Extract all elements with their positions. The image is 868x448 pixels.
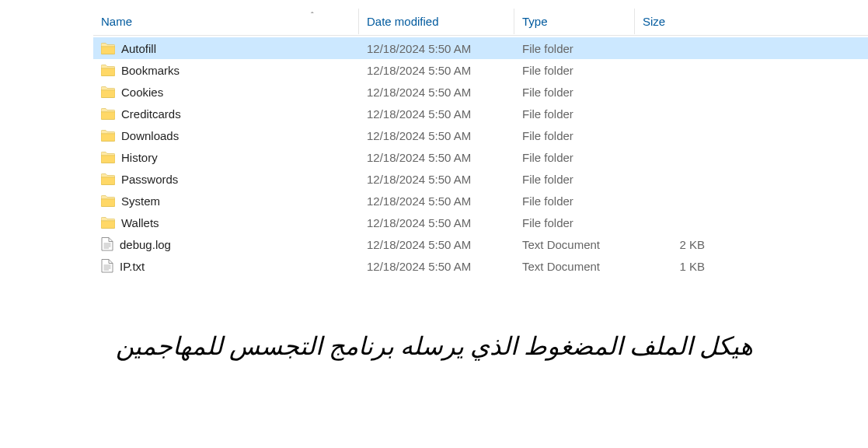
file-name-label: Passwords [121, 173, 178, 186]
file-date-cell: 12/18/2024 5:50 AM [359, 173, 514, 186]
file-name-label: Wallets [121, 216, 159, 229]
file-date-cell: 12/18/2024 5:50 AM [359, 194, 514, 208]
file-name-label: Autofill [121, 42, 156, 55]
file-size-cell: 1 KB [635, 260, 713, 273]
file-date-cell: 12/18/2024 5:50 AM [359, 42, 514, 55]
folder-icon [101, 195, 115, 207]
file-name-label: System [121, 194, 160, 208]
file-row[interactable]: Passwords12/18/2024 5:50 AMFile folder [93, 168, 868, 190]
file-type-cell: File folder [514, 107, 635, 121]
text-file-icon [101, 237, 113, 251]
folder-icon [101, 86, 115, 98]
column-header-size[interactable]: Size [635, 9, 713, 34]
file-row[interactable]: History12/18/2024 5:50 AMFile folder [93, 146, 868, 168]
caption-text: هيكل الملف المضغوط الذي يرسله برنامج الت… [0, 331, 868, 361]
file-type-cell: File folder [514, 42, 635, 55]
file-date-cell: 12/18/2024 5:50 AM [359, 151, 514, 164]
file-type-cell: File folder [514, 129, 635, 142]
file-type-cell: Text Document [514, 238, 635, 251]
file-date-cell: 12/18/2024 5:50 AM [359, 238, 514, 251]
file-row[interactable]: Bookmarks12/18/2024 5:50 AMFile folder [93, 59, 868, 81]
file-name-cell: Bookmarks [93, 64, 359, 77]
file-name-label: Cookies [121, 86, 163, 99]
file-type-cell: File folder [514, 194, 635, 208]
file-name-cell: Passwords [93, 173, 359, 186]
file-name-cell: Creditcards [93, 107, 359, 121]
file-name-label: Downloads [121, 129, 179, 142]
file-row[interactable]: Autofill12/18/2024 5:50 AMFile folder [93, 37, 868, 59]
file-name-label: History [121, 151, 158, 164]
folder-icon [101, 65, 115, 76]
folder-icon [101, 173, 115, 185]
file-name-cell: IP.txt [93, 259, 359, 273]
file-row[interactable]: Downloads12/18/2024 5:50 AMFile folder [93, 124, 868, 146]
file-row[interactable]: System12/18/2024 5:50 AMFile folder [93, 190, 868, 212]
file-date-cell: 12/18/2024 5:50 AM [359, 86, 514, 99]
file-name-label: debug.log [120, 238, 171, 251]
file-name-label: Bookmarks [121, 64, 180, 77]
folder-icon [101, 152, 115, 163]
column-header-date[interactable]: Date modified [359, 9, 514, 34]
file-explorer: ˆ Name Date modified Type Size Autofill1… [0, 0, 868, 277]
folder-icon [101, 43, 115, 54]
column-header-type[interactable]: Type [514, 9, 635, 34]
text-file-icon [101, 259, 113, 273]
file-name-cell: Wallets [93, 216, 359, 229]
folder-icon [101, 217, 115, 229]
file-name-cell: Cookies [93, 86, 359, 99]
file-type-cell: File folder [514, 86, 635, 99]
file-row[interactable]: IP.txt12/18/2024 5:50 AMText Document1 K… [93, 255, 868, 277]
file-size-cell: 2 KB [635, 238, 713, 251]
file-name-cell: History [93, 151, 359, 164]
file-type-cell: File folder [514, 216, 635, 229]
file-type-cell: File folder [514, 173, 635, 186]
file-date-cell: 12/18/2024 5:50 AM [359, 216, 514, 229]
column-header-name[interactable]: Name [93, 9, 359, 34]
folder-icon [101, 108, 115, 120]
file-name-cell: Autofill [93, 42, 359, 55]
file-date-cell: 12/18/2024 5:50 AM [359, 260, 514, 273]
file-type-cell: File folder [514, 151, 635, 164]
file-row[interactable]: Creditcards12/18/2024 5:50 AMFile folder [93, 103, 868, 124]
sort-caret-icon: ˆ [311, 11, 314, 20]
file-date-cell: 12/18/2024 5:50 AM [359, 64, 514, 77]
file-type-cell: Text Document [514, 260, 635, 273]
file-row[interactable]: debug.log12/18/2024 5:50 AMText Document… [93, 233, 868, 255]
file-name-label: IP.txt [120, 260, 145, 273]
file-row[interactable]: Wallets12/18/2024 5:50 AMFile folder [93, 212, 868, 233]
folder-icon [101, 130, 115, 142]
file-name-label: Creditcards [121, 107, 181, 121]
file-date-cell: 12/18/2024 5:50 AM [359, 107, 514, 121]
file-date-cell: 12/18/2024 5:50 AM [359, 129, 514, 142]
file-name-cell: System [93, 194, 359, 208]
file-name-cell: Downloads [93, 129, 359, 142]
file-name-cell: debug.log [93, 237, 359, 251]
file-type-cell: File folder [514, 64, 635, 77]
file-row[interactable]: Cookies12/18/2024 5:50 AMFile folder [93, 81, 868, 103]
column-header-row: ˆ Name Date modified Type Size [93, 8, 868, 36]
file-list: Autofill12/18/2024 5:50 AMFile folderBoo… [93, 37, 868, 277]
